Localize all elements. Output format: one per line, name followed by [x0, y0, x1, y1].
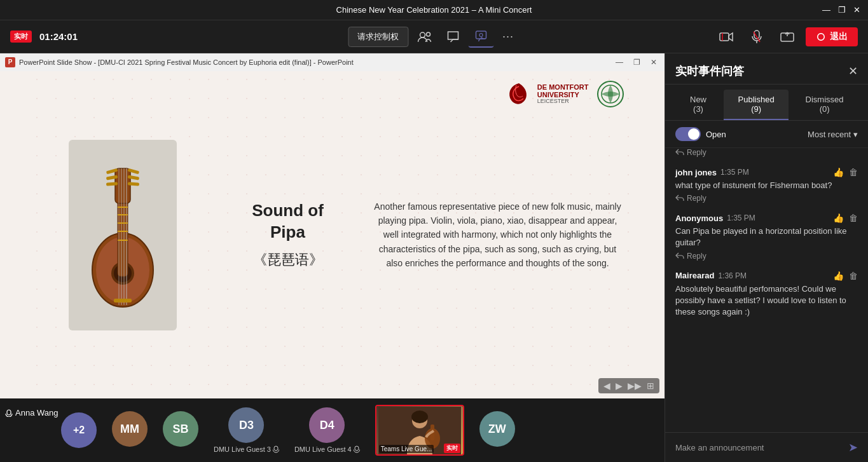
send-button[interactable]: ➤	[848, 440, 858, 454]
leave-button[interactable]: 退出	[806, 27, 858, 46]
svg-point-43	[411, 411, 428, 423]
live-small-badge: 实时	[444, 444, 460, 453]
avatar-d4-name: DMU Live Guest 4	[294, 445, 360, 453]
open-toggle[interactable]	[675, 127, 701, 141]
chevron-down-icon: ▾	[853, 130, 858, 139]
qa-messages[interactable]: john jones 1:35 PM 👍 🗑 what type of inst…	[665, 162, 868, 432]
teams-toolbar: 实时 01:24:01 请求控制权 Q ···	[0, 20, 868, 53]
slide-right: Another famous representative piece of n…	[358, 187, 638, 283]
qa-text-2: Can Pipa be played in a horizontal posit…	[675, 226, 858, 248]
participant-d4[interactable]: D4 DMU Live Guest 4	[294, 407, 360, 453]
participant-mm[interactable]: MM	[112, 411, 148, 449]
sort-button[interactable]: Most recent ▾	[808, 130, 858, 139]
slide-right-text: Another famous representative piece of n…	[371, 200, 625, 271]
qa-author-time-2: Anonymous 1:35 PM	[675, 214, 755, 223]
slide-content: Sound ofPipa 《琵琶语》 Another famous repres…	[27, 71, 638, 398]
minimize-button[interactable]: —	[822, 5, 830, 15]
ppt-icon: P	[5, 57, 15, 67]
qa-delete-2[interactable]: 🗑	[849, 213, 858, 223]
qa-actions-2: 👍 🗑	[833, 213, 858, 223]
slide-center: Sound ofPipa 《琵琶语》	[218, 200, 358, 270]
close-button[interactable]: ✕	[853, 5, 860, 15]
avatar-d3: D3	[228, 407, 264, 443]
main-area: P PowerPoint Slide Show - [DMU-CI 2021 S…	[0, 53, 868, 462]
qa-header-2: Anonymous 1:35 PM 👍 🗑	[675, 213, 858, 223]
slide-next-btn[interactable]: ▶▶	[628, 381, 642, 391]
slide-grid-btn[interactable]: ⊞	[647, 381, 654, 391]
qa-reply-2[interactable]: Reply	[675, 252, 858, 261]
presenter-name: Anna Wang	[15, 408, 58, 418]
panel-tabs: New (3) Published (9) Dismissed (0)	[665, 85, 868, 121]
ppt-title: PowerPoint Slide Show - [DMU-CI 2021 Spr…	[19, 58, 609, 66]
svg-rect-15	[115, 168, 130, 203]
request-control-button[interactable]: 请求控制权	[348, 27, 408, 47]
qa-author-2: Anonymous	[675, 214, 723, 223]
second-logo	[596, 80, 625, 109]
ppt-controls: — ❐ ✕	[613, 58, 659, 67]
ppt-minimize[interactable]: —	[613, 58, 626, 67]
slide-frame: Sound ofPipa 《琵琶语》 Another famous repres…	[0, 71, 665, 398]
maximize-button[interactable]: ❐	[838, 5, 846, 15]
participant-d3[interactable]: D3 DMU Live Guest 3	[214, 407, 279, 453]
participants-button[interactable]	[411, 27, 437, 46]
toolbar-center: 请求控制权 Q ···	[348, 26, 520, 48]
reply-icon-2	[675, 252, 684, 260]
participant-sb[interactable]: SB	[163, 411, 198, 449]
slide-prev-btn[interactable]: ◀	[603, 381, 610, 391]
toggle-knob	[688, 128, 699, 140]
qa-text-3: Absolutely beautiful perfomances! Could …	[675, 283, 858, 318]
title-bar: Chinese New Year Celebration 2021 – A Mi…	[0, 0, 868, 20]
right-panel: 实时事件问答 ✕ New (3) Published (9) Dismissed…	[665, 53, 868, 462]
slide-play-btn[interactable]: ▶	[616, 381, 623, 391]
more-options-button[interactable]: ···	[496, 26, 520, 47]
video-thumb-container: Teams Live Gue... 实时	[375, 405, 464, 456]
announcement-area: Make an announcement ➤	[665, 432, 868, 462]
top-reply-link[interactable]: Reply	[665, 148, 868, 162]
participant-extra[interactable]: +2	[61, 412, 97, 448]
participant-zw[interactable]: ZW	[479, 411, 515, 449]
ppt-maximize[interactable]: ❐	[631, 58, 643, 67]
dmu-logo: DE MONTFORT UNIVERSITY LEICESTER	[505, 80, 589, 109]
mic-button[interactable]	[745, 26, 769, 48]
qa-like-1[interactable]: 👍	[833, 167, 844, 177]
panel-close-button[interactable]: ✕	[848, 64, 858, 78]
share-button[interactable]	[774, 27, 801, 46]
svg-rect-34	[7, 410, 11, 415]
qa-delete-3[interactable]: 🗑	[849, 271, 858, 281]
participant-video[interactable]: Teams Live Gue... 实时	[375, 405, 464, 456]
pipa-image	[78, 143, 167, 327]
video-label: Teams Live Gue...	[379, 445, 434, 453]
svg-point-1	[426, 32, 430, 36]
tab-published[interactable]: Published (9)	[724, 90, 789, 120]
slide-controls: ◀ ▶ ▶▶ ⊞	[598, 378, 659, 393]
qa-like-3[interactable]: 👍	[833, 271, 844, 281]
toggle-container: Open	[675, 127, 726, 141]
toolbar-right: 退出	[713, 26, 858, 48]
slide-logos: DE MONTFORT UNIVERSITY LEICESTER	[505, 80, 625, 109]
mic-d4-icon	[354, 445, 360, 453]
svg-rect-36	[274, 446, 278, 451]
qa-message-1: john jones 1:35 PM 👍 🗑 what type of inst…	[675, 167, 858, 203]
slide-center-chinese: 《琵琶语》	[253, 250, 323, 269]
svg-text:Q: Q	[478, 32, 483, 38]
svg-rect-29	[118, 231, 128, 232]
qa-button[interactable]: Q	[468, 26, 493, 48]
qa-header-3: Mairearad 1:36 PM 👍 🗑	[675, 271, 858, 281]
panel-header: 实时事件问答 ✕	[665, 53, 868, 85]
qa-message-2: Anonymous 1:35 PM 👍 🗑 Can Pipa be played…	[675, 213, 858, 260]
qa-like-2[interactable]: 👍	[833, 213, 844, 223]
announcement-input[interactable]: Make an announcement	[675, 443, 848, 452]
mic-icon	[5, 409, 13, 417]
svg-rect-4	[720, 33, 729, 41]
qa-reply-1[interactable]: Reply	[675, 194, 858, 203]
chat-button[interactable]	[440, 27, 465, 47]
avatar-d4: D4	[309, 407, 345, 443]
qa-header-1: john jones 1:35 PM 👍 🗑	[675, 167, 858, 177]
qa-message-3: Mairearad 1:36 PM 👍 🗑 Absolutely beautif…	[675, 271, 858, 318]
camera-button[interactable]	[713, 27, 740, 46]
avatar-zw: ZW	[479, 411, 515, 447]
tab-new[interactable]: New (3)	[675, 90, 721, 120]
ppt-close[interactable]: ✕	[648, 58, 659, 67]
qa-delete-1[interactable]: 🗑	[849, 167, 858, 177]
tab-dismissed[interactable]: Dismissed (0)	[791, 90, 858, 120]
